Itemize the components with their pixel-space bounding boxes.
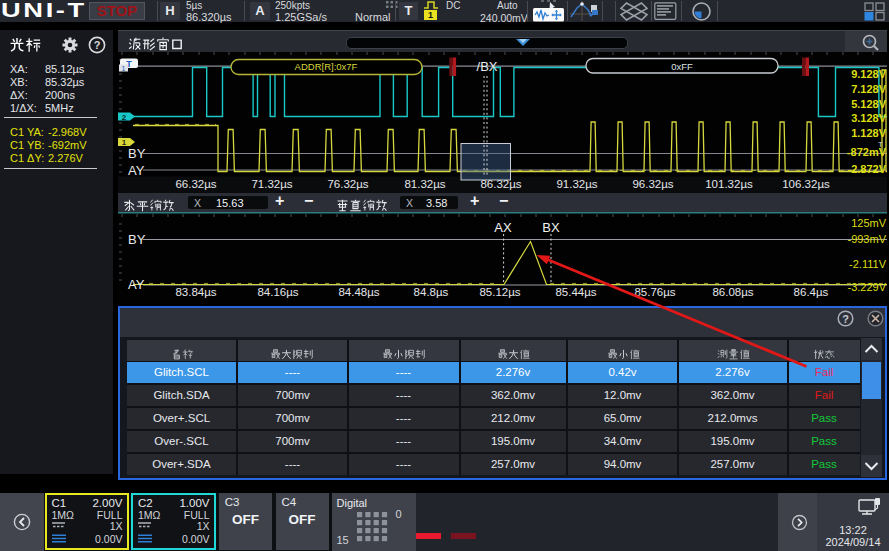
svg-text:-993mV: -993mV xyxy=(847,233,886,245)
svg-text:85.44µs: 85.44µs xyxy=(555,286,596,298)
svg-text:-2.111V: -2.111V xyxy=(849,258,887,270)
svg-text:106.32µs: 106.32µs xyxy=(782,178,830,190)
svg-text:76.32µs: 76.32µs xyxy=(327,178,368,190)
svg-text:-3.229V: -3.229V xyxy=(847,281,886,293)
svg-text:85.12µs: 85.12µs xyxy=(479,286,520,298)
svg-text:3.128V: 3.128V xyxy=(851,112,887,124)
svg-text:AX: AX xyxy=(494,220,512,235)
svg-text:5.128V: 5.128V xyxy=(851,98,887,110)
svg-text:86.4µs: 86.4µs xyxy=(794,286,829,298)
svg-text:86.32µs: 86.32µs xyxy=(480,178,521,190)
svg-text:0xFF: 0xFF xyxy=(671,61,693,72)
svg-text:2: 2 xyxy=(122,113,127,122)
svg-text:84.16µs: 84.16µs xyxy=(257,286,298,298)
svg-text:BY: BY xyxy=(128,232,146,247)
svg-text:84.8µs: 84.8µs xyxy=(414,286,449,298)
svg-text:96.32µs: 96.32µs xyxy=(632,178,673,190)
svg-text:ADDR[R]:0x7F: ADDR[R]:0x7F xyxy=(295,61,358,72)
svg-text:1: 1 xyxy=(122,138,127,147)
svg-text:BX: BX xyxy=(542,220,560,235)
svg-text:91.32µs: 91.32µs xyxy=(556,178,597,190)
svg-text:1.128V: 1.128V xyxy=(851,127,887,139)
svg-text:85.76µs: 85.76µs xyxy=(634,286,675,298)
svg-text:1: 1 xyxy=(122,65,126,72)
svg-text:66.32µs: 66.32µs xyxy=(175,178,216,190)
svg-text:-2.872V: -2.872V xyxy=(847,163,886,175)
svg-text:86.08µs: 86.08µs xyxy=(712,286,753,298)
svg-text:T: T xyxy=(878,140,883,149)
svg-text:71.32µs: 71.32µs xyxy=(251,178,292,190)
svg-text:81.32µs: 81.32µs xyxy=(404,178,445,190)
svg-text:101.32µs: 101.32µs xyxy=(705,178,753,190)
svg-text:9.128V: 9.128V xyxy=(851,68,887,80)
svg-text:AY: AY xyxy=(128,163,145,178)
svg-text:84.48µs: 84.48µs xyxy=(338,286,379,298)
svg-text:125mV: 125mV xyxy=(851,217,887,229)
svg-text:7.128V: 7.128V xyxy=(851,83,887,95)
svg-text:/BX: /BX xyxy=(477,59,498,74)
svg-text:AY: AY xyxy=(128,277,145,292)
svg-text:83.84µs: 83.84µs xyxy=(175,286,216,298)
svg-text:?: ? xyxy=(842,313,849,325)
svg-text:?: ? xyxy=(94,39,101,51)
svg-text:BY: BY xyxy=(128,146,146,161)
